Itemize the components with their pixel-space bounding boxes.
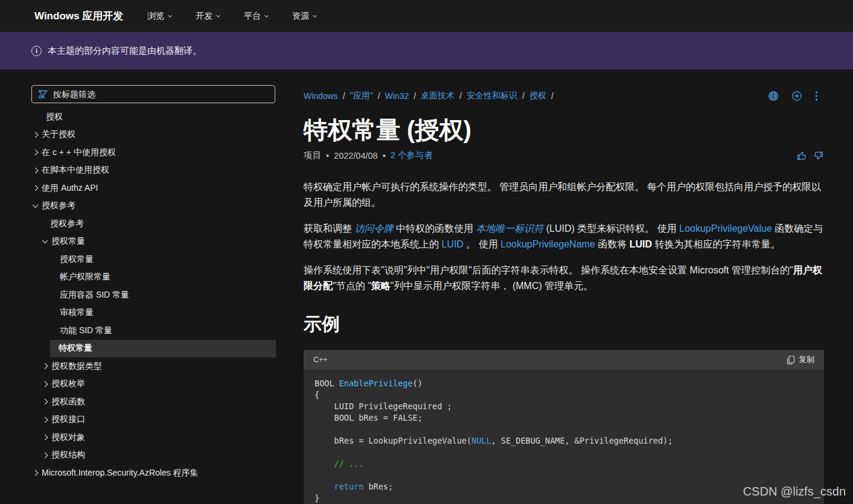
breadcrumb-separator: /: [459, 91, 462, 101]
sidebar-item[interactable]: 授权参考: [30, 197, 276, 215]
nav-menu-item[interactable]: 开发: [196, 11, 220, 22]
nav-menu-item[interactable]: 资源: [292, 11, 316, 22]
chevron-right-icon: [42, 363, 48, 369]
sidebar-item[interactable]: 功能 SID 常量: [30, 322, 276, 340]
sidebar-item[interactable]: 授权: [30, 108, 276, 126]
chevron-down-icon: [33, 202, 39, 208]
sidebar-item[interactable]: 在 c + + 中使用授权: [30, 144, 276, 162]
filter-input[interactable]: [53, 89, 269, 99]
nav-brand[interactable]: Windows 应用开发: [34, 9, 123, 23]
code-line: BOOL EnablePrivilege(): [315, 378, 824, 389]
sidebar-item[interactable]: 授权常量: [30, 233, 276, 251]
sidebar-item[interactable]: 授权数据类型: [30, 357, 276, 375]
paragraph: 特权确定用户帐户可执行的系统操作的类型。 管理员向用户和组帐户分配权限。 每个用…: [304, 179, 824, 211]
paragraph: 操作系统使用下表"说明"列中"用户权限"后面的字符串表示特权。 操作系统在本地安…: [304, 263, 824, 294]
sidebar-item[interactable]: 特权常量: [50, 340, 276, 358]
meta-separator: •: [383, 151, 386, 161]
translation-banner: i 本主题的部分内容可能是由机器翻译。: [0, 32, 853, 69]
contributors-link[interactable]: 2 个参与者: [391, 150, 433, 161]
sidebar-item-label: 授权接口: [51, 414, 85, 425]
text-run: "列中显示用户权限字符串， (MMC) 管理单元。: [391, 281, 593, 291]
sidebar-item[interactable]: Microsoft.Interop.Security.AzRoles 程序集: [30, 464, 276, 482]
inline-link[interactable]: LookupPrivilegeValue: [679, 223, 772, 234]
nav-menu-item-label: 浏览: [147, 11, 164, 22]
sidebar-item[interactable]: 使用 Authz API: [30, 179, 276, 197]
sidebar-item-label: 在 c + + 中使用授权: [42, 147, 116, 158]
banner-text: 本主题的部分内容可能是由机器翻译。: [48, 45, 202, 57]
code-line: [315, 470, 824, 481]
nav-menu-item[interactable]: 浏览: [147, 11, 171, 22]
breadcrumb-link[interactable]: Windows: [304, 91, 338, 101]
nav-menu-item-label: 资源: [292, 11, 309, 22]
text-run: 。 使用: [464, 239, 500, 249]
text-run: 特权确定用户帐户可执行的系统操作的类型。 管理员向用户和组帐户分配权限。 每个用…: [304, 182, 821, 208]
breadcrumb-separator: /: [522, 91, 525, 101]
article-meta: 项目 • 2022/04/08 • 2 个参与者: [304, 150, 433, 161]
breadcrumb-link[interactable]: Win32: [385, 91, 409, 101]
breadcrumb-separator: /: [378, 91, 380, 101]
page-actions: [768, 91, 818, 101]
text-run: 操作系统使用下表"说明"列中"用户权限"后面的字符串表示特权。 操作系统在本地安…: [304, 265, 793, 275]
breadcrumb-link[interactable]: 安全性和标识: [467, 91, 517, 101]
bold-text: LUID: [630, 239, 652, 249]
paragraph: 获取和调整 访问令牌 中特权的函数使用 本地唯一标识符 (LUID) 类型来标识…: [304, 221, 824, 252]
code-block: C++ 复制 BOOL EnablePrivilege(){ LUID Priv…: [304, 350, 824, 504]
sidebar-item[interactable]: 关于授权: [30, 126, 276, 144]
sidebar-item[interactable]: 授权对象: [30, 429, 276, 447]
filter-icon: [38, 89, 48, 99]
text-run: (LUID) 类型来标识特权。 使用: [543, 223, 679, 234]
sidebar-item-label: 授权枚举: [51, 378, 85, 389]
breadcrumb: Windows/"应用"/Win32/桌面技术/安全性和标识/授权/: [304, 91, 558, 101]
meta-separator: •: [326, 151, 329, 161]
sidebar-item-label: 特权常量: [59, 343, 92, 354]
sidebar-item[interactable]: 应用容器 SID 常量: [30, 286, 276, 304]
chevron-right-icon: [33, 167, 39, 173]
add-circle-icon[interactable]: [791, 91, 802, 101]
chevron-right-icon: [42, 381, 48, 387]
breadcrumb-separator: /: [414, 91, 416, 101]
breadcrumb-link[interactable]: "应用": [350, 91, 373, 101]
top-navigation-bar: Windows 应用开发 浏览开发平台资源: [0, 0, 853, 32]
sidebar-item-label: 授权结构: [51, 450, 85, 461]
kebab-menu-icon[interactable]: [815, 91, 818, 101]
code-line: LUID PrivilegeRequired ;: [315, 401, 824, 412]
inline-link[interactable]: 本地唯一标识符: [476, 223, 543, 234]
chevron-down-icon: [216, 13, 220, 17]
thumbs-up-icon[interactable]: [796, 150, 807, 161]
breadcrumb-separator: /: [343, 91, 345, 101]
meta-date: 2022/04/08: [334, 151, 378, 161]
sidebar-item[interactable]: 授权参考: [30, 215, 276, 233]
section-heading: 示例: [304, 312, 824, 337]
sidebar-item-label: 授权函数: [51, 397, 85, 407]
inline-link[interactable]: LookupPrivilegeName: [500, 239, 595, 249]
sidebar-item-label: 使用 Authz API: [42, 183, 98, 194]
sidebar-item[interactable]: 授权常量: [30, 250, 276, 269]
breadcrumb-separator: /: [551, 91, 554, 101]
chevron-right-icon: [42, 435, 48, 441]
chevron-down-icon: [42, 238, 48, 244]
sidebar-item[interactable]: 审核常量: [30, 304, 276, 322]
copy-button[interactable]: 复制: [787, 354, 814, 365]
bold-text: 策略: [371, 281, 391, 291]
sidebar-item[interactable]: 授权结构: [30, 447, 276, 465]
sidebar-item[interactable]: 授权函数: [30, 393, 276, 411]
sidebar-item[interactable]: 授权接口: [30, 411, 276, 429]
breadcrumb-link[interactable]: 桌面技术: [421, 91, 455, 101]
feedback-buttons: [796, 150, 824, 161]
sidebar-item[interactable]: 授权枚举: [30, 375, 276, 394]
globe-icon[interactable]: [768, 91, 779, 101]
sidebar-item[interactable]: 帐户权限常量: [30, 269, 276, 287]
text-run: 中特权的函数使用: [393, 223, 476, 234]
sidebar-item[interactable]: 在脚本中使用授权: [30, 162, 276, 180]
breadcrumb-link[interactable]: 授权: [529, 91, 546, 101]
inline-link[interactable]: LUID: [441, 239, 463, 249]
chevron-down-icon: [313, 13, 317, 17]
nav-menu-item[interactable]: 平台: [244, 11, 268, 22]
text-run: "节点的 ": [333, 281, 371, 291]
text-run: 获取和调整: [304, 223, 354, 234]
sidebar-tree: 授权关于授权在 c + + 中使用授权在脚本中使用授权使用 Authz API授…: [0, 108, 296, 482]
thumbs-down-icon[interactable]: [813, 150, 824, 161]
inline-link[interactable]: 访问令牌: [354, 223, 393, 234]
meta-type: 项目: [304, 150, 321, 161]
sidebar-item-label: Microsoft.Interop.Security.AzRoles 程序集: [42, 468, 199, 479]
